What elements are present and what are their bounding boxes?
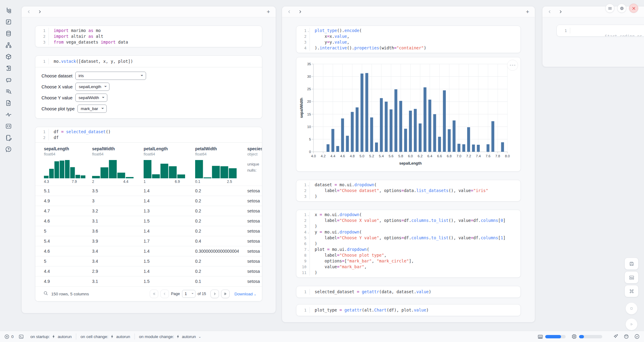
window-controls [605,4,638,13]
code-cell-df: 1df = selected_dataset()2df sepalLengthf… [35,127,262,301]
code-editor[interactable]: 1 Start coding or generate with AI [557,25,644,36]
chevron-right-icon[interactable] [37,9,42,15]
ai-sparkles-button[interactable] [613,334,618,340]
dataframe-table: sepalLengthfloat644.37.9sepalWidthfloat6… [35,143,262,287]
column-header[interactable]: sepalWidthfloat6424.4 [84,143,135,186]
code-editor[interactable]: 1⌄plot_type().encode(2 x=x.value,3 y=y.v… [296,26,521,53]
svg-text:6.8: 6.8 [447,154,452,158]
code-line: 2import altair as alt [35,34,262,39]
chart-options-button[interactable] [507,60,518,71]
page-select[interactable]: 1 [182,290,195,298]
function-square-icon[interactable] [5,18,12,26]
next-page-button[interactable] [210,290,219,298]
chevron-right-icon[interactable] [297,9,303,15]
table-row: 4.73.21.30.2setosa [35,206,262,216]
code-editor[interactable]: 1df = selected_dataset()2df [35,127,262,143]
chart-output: 051015202530354.04.24.44.64.85.05.25.45.… [296,57,521,172]
code-editor[interactable]: 1plot_type = getattr(alt.Chart(df), plot… [296,305,521,316]
on-cell-change-setting[interactable]: on cell change: autorun [80,334,130,339]
run-button[interactable] [625,318,638,330]
last-page-button[interactable] [221,290,230,298]
svg-text:30: 30 [307,75,311,78]
error-count: 0 [11,334,14,339]
dataset-label: Choose dataset [41,73,73,78]
layout-button[interactable] [624,271,639,283]
plot-type-select[interactable]: mark_bar [77,105,107,113]
column-header[interactable]: petalLengthfloat6416.9 [135,143,187,186]
sitemap-icon[interactable] [5,41,12,49]
search-icon[interactable] [43,291,48,297]
download-link[interactable]: Download [234,292,256,296]
table-row: 4.63.41.40.30000000000000004setosa [35,246,262,256]
copilot-button[interactable] [623,334,629,340]
mini-histogram [144,159,186,178]
x-value-select[interactable]: sepalLength [75,83,109,91]
dataset-control-row: Choose dataset iris [41,72,256,80]
column-header[interactable]: petalWidthfloat640.12.5 [187,143,239,186]
database-icon[interactable] [5,30,12,37]
svg-text:10: 10 [307,125,311,129]
package-icon[interactable] [5,53,12,60]
on-module-change-setting[interactable]: on module change: autorun ⌄ [139,334,201,339]
code-line: 3from vega_datasets import data [35,39,262,45]
command-shortcuts-button[interactable] [624,285,639,297]
menu-button[interactable] [605,4,614,13]
notebook-edit-icon[interactable] [5,134,12,141]
first-page-button[interactable] [150,290,158,298]
plot-type-label: Choose plot type [41,106,75,111]
sidebar-rail [0,0,17,331]
dataset-select[interactable]: iris [75,72,146,80]
chevron-left-icon[interactable] [26,9,31,15]
close-button[interactable] [629,4,638,13]
svg-text:6.0: 6.0 [408,154,413,158]
y-value-select[interactable]: sepalWidth [75,94,107,102]
connection-status-button[interactable] [634,334,640,340]
svg-text:5.8: 5.8 [398,154,403,158]
code-line: 1selected_dataset = getattr(data, datase… [296,289,521,295]
chevron-left-icon[interactable] [286,9,292,15]
on-startup-setting[interactable]: on startup: autorun [30,334,72,339]
terminal-button[interactable] [19,334,24,339]
svg-text:sepalLength: sepalLength [399,161,422,166]
code-line: 7⌄plot = mo.ui.dropdown( [296,247,521,252]
document-icon[interactable] [5,99,12,107]
code-snippet-icon[interactable] [5,123,12,130]
list-search-icon[interactable] [5,88,12,95]
table-row: 5.13.51.40.2setosa [35,186,262,196]
table-row: 4.93.11.50.1setosa [35,276,262,287]
code-editor[interactable]: 1⌄x = mo.ui.dropdown(2 label="Choose X v… [296,210,521,277]
chevron-right-icon[interactable] [558,9,563,15]
help-chat-icon[interactable] [5,146,12,153]
code-line: 4⌄y = mo.ui.dropdown( [296,229,521,235]
code-cell-empty: 1 Start coding or generate with AI [556,25,644,37]
add-cell-button[interactable]: + [265,9,271,15]
svg-text:4.6: 4.6 [340,154,345,158]
error-count-indicator[interactable]: 0 [4,334,14,339]
column-header[interactable]: sepalLengthfloat644.37.9 [35,143,84,186]
svg-text:5.0: 5.0 [360,154,364,158]
bar-chart[interactable]: 051015202530354.04.24.44.64.85.05.25.45.… [299,61,512,167]
code-editor[interactable]: 1⌄dataset = mo.ui.dropdown(2 label="Choo… [296,180,521,201]
add-cell-button[interactable]: + [524,9,531,15]
code-line: 9 options=["mark_bar", "mark_circle"], [296,258,521,264]
file-tree-icon[interactable] [5,7,12,14]
settings-gear-button[interactable] [617,4,626,13]
activity-pulse-icon[interactable] [5,111,12,118]
svg-text:7.0: 7.0 [456,154,461,158]
chat-bot-icon[interactable] [5,76,12,84]
code-editor[interactable]: 1selected_dataset = getattr(data, datase… [296,286,521,297]
ram-usage-meter [545,335,566,338]
svg-text:5: 5 [309,137,311,141]
stop-button[interactable] [625,302,638,315]
code-cell-xyplot: 1⌄x = mo.ui.dropdown(2 label="Choose X v… [296,210,521,278]
code-editor[interactable]: 1mo.vstack([dataset, x, y, plot]) [35,56,262,67]
prev-page-button[interactable] [160,290,169,298]
script-icon[interactable] [5,65,12,72]
svg-text:35: 35 [307,62,311,66]
save-button[interactable] [624,258,639,270]
chevron-left-icon[interactable] [547,9,552,15]
terminal-icon [19,334,24,339]
column-header[interactable]: speciesobjectuniquenulls: [239,143,262,186]
code-line: 1plot_type = getattr(alt.Chart(df), plot… [296,307,521,313]
code-editor[interactable]: 1import marimo as mo2import altair as al… [35,26,262,47]
